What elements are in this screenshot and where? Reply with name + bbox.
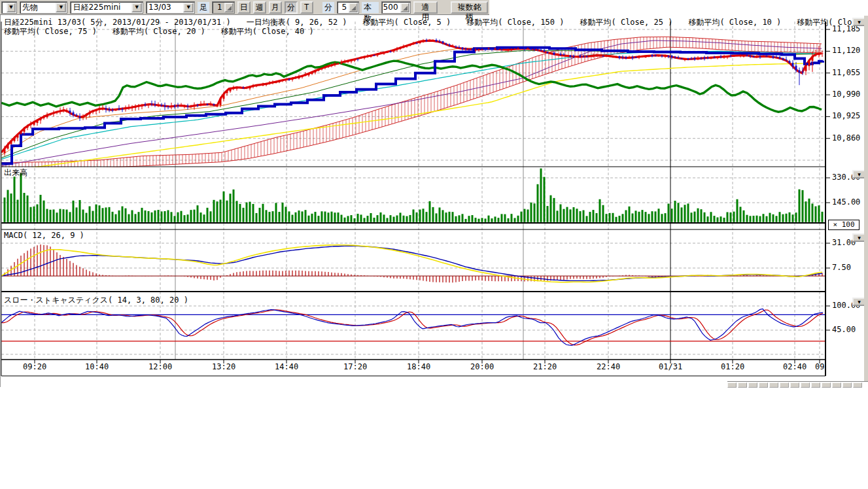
legend-row-2: 移動平均( Close, 75 )移動平均( Close, 20 )移動平均( … <box>4 26 314 37</box>
time-axis-tick-label: 13:20 <box>212 362 235 371</box>
main-toolbar: ▼ 先物 ▼ 日経225mini ▼ 13/03 ▼ 足 1 日 週 月 分 T… <box>0 0 489 15</box>
mini-toolbar-button[interactable] <box>738 382 747 388</box>
mini-toolbar-button[interactable] <box>842 382 852 388</box>
legend-entry: 移動平均( Close, 40 ) <box>221 26 314 37</box>
macd-panel-label: MACD( 12, 26, 9 ) <box>4 231 84 240</box>
time-axis-tick-label: 12:00 <box>148 362 172 371</box>
chevron-down-icon[interactable]: ▼ <box>56 3 66 12</box>
symbol-select[interactable]: 日経225mini ▼ <box>70 1 143 14</box>
bottom-mini-toolbar <box>727 381 868 388</box>
mini-toolbar-button[interactable] <box>811 382 820 388</box>
price-panel <box>1 37 823 172</box>
legend-entry: 移動平均( Close, 25 ) <box>580 17 672 28</box>
mini-toolbar-button[interactable] <box>769 382 778 388</box>
period-week-button[interactable]: 週 <box>253 1 266 14</box>
period-minute-button[interactable]: 分 <box>285 1 298 14</box>
multi-symbol-button[interactable]: 複数銘柄 <box>451 1 488 14</box>
minute-value: 5 <box>338 3 348 12</box>
bar-count-value: 500 <box>382 3 400 12</box>
spin-button[interactable] <box>349 3 358 12</box>
bar-count-label: 本数 <box>362 2 378 13</box>
legend-entry: 移動平均( Close, 150 ) <box>466 17 564 28</box>
time-axis-tick-label: 09 <box>815 362 824 371</box>
price-axis-tick-label: 10,990 <box>832 90 860 99</box>
bar-interval-stepper: 1 <box>212 1 234 14</box>
market-select[interactable]: 先物 ▼ <box>20 1 67 14</box>
chevron-down-icon[interactable]: ▼ <box>183 3 194 12</box>
apply-button[interactable]: 適用 <box>413 1 438 14</box>
mini-toolbar-button[interactable] <box>822 382 831 388</box>
contract-select-value: 13/03 <box>147 3 182 12</box>
time-axis-tick-label: 22:40 <box>597 362 620 371</box>
gridlines <box>1 22 825 360</box>
chevron-down-icon[interactable]: ▼ <box>131 3 142 12</box>
bar-count-stepper[interactable]: 500 <box>381 1 411 14</box>
minute-label: 分 <box>322 2 334 13</box>
mini-toolbar-button[interactable] <box>801 382 810 388</box>
price-axis-tick-label: 11,120 <box>832 46 860 55</box>
legend-entry: 移動平均( Close, 20 ) <box>113 26 205 37</box>
time-axis-tick-label: 01:20 <box>721 362 744 371</box>
mini-toolbar-button[interactable] <box>790 382 799 388</box>
mini-toolbar-button[interactable] <box>853 382 862 388</box>
chart-area[interactable]: 11,18511,12011,05510,99010,92510,860330.… <box>0 0 868 392</box>
volume-axis-tick-label: 145.00 <box>832 197 860 207</box>
mini-toolbar-button[interactable] <box>759 382 768 388</box>
time-axis-tick-label: 14:40 <box>275 362 298 371</box>
spin-button[interactable] <box>224 3 234 12</box>
price-axis-tick-label: 10,925 <box>832 111 860 120</box>
time-axis-tick-label: 21:20 <box>533 362 557 371</box>
volume-panel <box>4 169 824 222</box>
symbol-select-value: 日経225mini <box>71 2 131 13</box>
bar-type-label: 足 <box>198 2 209 13</box>
chart-canvas[interactable] <box>0 0 868 392</box>
ma5-red-thick <box>1 41 822 152</box>
period-tick-button[interactable]: T <box>300 1 313 14</box>
legend-entry: 移動平均( Close, 5 ) <box>363 17 451 28</box>
time-axis-tick-label: 02:40 <box>783 362 807 371</box>
macd-panel <box>1 244 825 282</box>
macd-line <box>1 245 822 282</box>
stoch-panel <box>1 309 825 346</box>
volume-panel-label: 出来高 <box>4 167 27 178</box>
mini-toolbar-button[interactable] <box>780 382 789 388</box>
price-axis-tick-label: 11,055 <box>832 68 860 77</box>
market-select-value: 先物 <box>20 2 55 13</box>
time-axis-tick-label: 09:20 <box>23 362 46 371</box>
macd-axis-tick-label: 7.50 <box>832 263 851 272</box>
period-month-button[interactable]: 月 <box>269 1 282 14</box>
minute-stepper[interactable]: 5 <box>337 1 359 14</box>
stoch-panel-label: スロー・ストキャスティクス( 14, 3, 80, 20 ) <box>4 295 188 306</box>
mini-toolbar-button[interactable] <box>832 382 841 388</box>
time-axis-tick-label: 18:40 <box>407 362 430 371</box>
contract-select[interactable]: 13/03 ▼ <box>146 1 195 14</box>
time-axis-tick-label: 17:20 <box>343 362 367 371</box>
stoch-axis-tick-label: 45.00 <box>832 325 856 334</box>
spin-button[interactable] <box>400 3 409 12</box>
volume-multiplier-badge: × 100 <box>828 220 859 230</box>
right-window-strip <box>864 16 868 381</box>
price-axis-tick-label: 10,860 <box>832 133 860 143</box>
time-axis-tick-label: 20:00 <box>470 362 494 371</box>
mini-toolbar-button[interactable] <box>727 382 737 388</box>
chevron-down-icon[interactable]: ▼ <box>7 3 16 12</box>
left-window-edge <box>0 0 1 387</box>
legend-entry: 移動平均( Close, 10 ) <box>688 17 781 28</box>
mini-toolbar-button[interactable] <box>748 382 757 388</box>
mini-combobox[interactable]: ▼ <box>1 1 17 14</box>
time-axis-tick-label: 01/31 <box>659 362 682 371</box>
period-day-button[interactable]: 日 <box>237 1 251 14</box>
bar-interval-value: 1 <box>213 3 223 12</box>
legend-entry: 移動平均( Close, 75 ) <box>4 26 97 37</box>
time-axis-tick-label: 10:40 <box>85 362 109 371</box>
